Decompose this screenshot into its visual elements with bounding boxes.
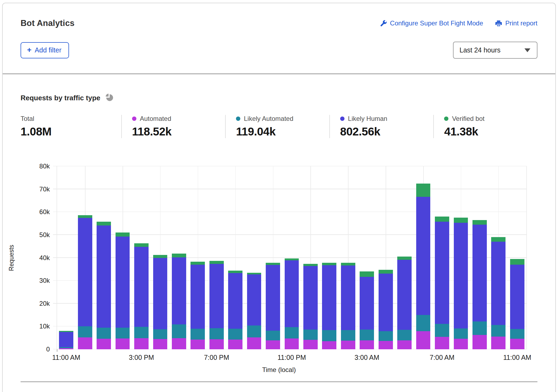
bar-segment-likely-automated: [78, 326, 92, 337]
y-tick-label: 60k: [31, 208, 50, 216]
bar-segment-likely-human: [59, 332, 73, 347]
bar-segment-verified-bot: [454, 218, 468, 223]
bar-segment-likely-human: [341, 265, 355, 330]
bar-segment-automated: [510, 339, 524, 349]
bar-segment-likely-automated: [416, 315, 431, 331]
bar-segment-verified-bot: [303, 264, 318, 266]
time-range-select[interactable]: Last 24 hours: [453, 42, 537, 59]
bar-slot: [170, 166, 188, 349]
bar-segment-verified-bot: [134, 243, 149, 247]
bar-segment-likely-automated: [116, 328, 130, 339]
bottom-section-divider: [21, 381, 537, 382]
bar-segment-likely-human: [322, 265, 336, 330]
bar-segment-verified-bot: [153, 255, 168, 258]
bar-slot: [264, 166, 282, 349]
x-axis-title: Time (local): [21, 366, 537, 374]
x-tick-label: 11:00 AM: [503, 354, 531, 361]
bar-segment-automated: [379, 341, 393, 349]
bar-slot: [282, 166, 301, 349]
stacked-bar-500am: [397, 166, 412, 349]
bar-segment-likely-human: [266, 265, 280, 331]
page-title: Bot Analytics: [21, 18, 75, 28]
stacked-bar-200am: [341, 166, 355, 349]
bar-segment-likely-human: [360, 277, 374, 330]
bar-slot: [451, 166, 470, 349]
stacked-bar-900pm: [247, 166, 261, 349]
bar-slot: [226, 166, 245, 349]
bar-segment-automated: [360, 340, 374, 349]
print-report-link[interactable]: Print report: [495, 19, 537, 27]
bar-segment-automated: [491, 337, 506, 349]
bar-segment-automated: [454, 339, 468, 349]
bar-slot: [188, 166, 207, 349]
bar-segment-automated: [172, 338, 186, 349]
bar-segment-likely-human: [285, 260, 299, 327]
bar-segment-likely-automated: [209, 328, 224, 339]
time-range-value: Last 24 hours: [459, 46, 501, 54]
bar-segment-likely-human: [379, 274, 393, 331]
stat-value: 41.38k: [444, 125, 535, 138]
bar-segment-likely-automated: [172, 324, 186, 338]
stat-block: Likely Human802.56k: [329, 115, 434, 138]
legend-dot: [340, 117, 344, 121]
stacked-bar-600pm: [191, 166, 205, 349]
stacked-bar-200pm: [116, 166, 130, 349]
y-tick-label: 50k: [31, 231, 50, 239]
stacked-bar-400am: [379, 166, 393, 349]
bar-segment-likely-automated: [491, 325, 506, 336]
bar-segment-verified-bot: [341, 263, 355, 265]
add-filter-button[interactable]: + Add filter: [21, 42, 69, 58]
stacked-bar-300am: [360, 166, 374, 349]
stat-label: Likely Human: [340, 115, 431, 122]
stacked-bar-800pm: [228, 166, 242, 349]
bar-segment-likely-automated: [228, 329, 242, 340]
stacked-bar-100am: [322, 166, 336, 349]
bar-segment-verified-bot: [491, 237, 506, 242]
y-tick-label: 40k: [31, 254, 50, 262]
x-axis-ticks: 11:00 AM3:00 PM7:00 PM11:00 PM3:00 AM7:0…: [57, 349, 527, 360]
bar-segment-automated: [228, 340, 242, 349]
stat-value: 119.04k: [236, 125, 327, 138]
bar-segment-likely-human: [416, 197, 431, 315]
bar-segment-verified-bot: [209, 261, 224, 264]
bar-slot: [113, 166, 132, 349]
bar-segment-automated: [435, 337, 449, 349]
configure-super-bot-fight-mode-link[interactable]: Configure Super Bot Fight Mode: [380, 19, 483, 27]
stacked-bar-700am: [435, 166, 449, 349]
stacked-bar-600am: [416, 166, 431, 349]
chart-section-title: Requests by traffic type: [21, 94, 100, 102]
bar-slot: [470, 166, 489, 349]
bar-segment-automated: [303, 340, 318, 349]
stat-label: Verified bot: [444, 115, 535, 122]
stacked-bar-500pm: [172, 166, 186, 349]
bar-segment-automated: [416, 331, 431, 349]
bar-segment-likely-human: [78, 218, 92, 326]
stacked-bar-1000pm: [266, 166, 280, 349]
bar-slot: [320, 166, 339, 349]
stacked-bar-700pm: [209, 166, 224, 349]
bar-segment-likely-automated: [191, 329, 205, 340]
bar-segment-verified-bot: [78, 215, 92, 218]
bar-slot: [301, 166, 320, 349]
stat-block: Likely Automated119.04k: [225, 115, 329, 138]
bar-segment-automated: [191, 340, 205, 349]
bar-segment-likely-automated: [435, 324, 449, 337]
bar-segment-likely-human: [97, 225, 111, 327]
bar-segment-likely-human: [134, 247, 149, 327]
bar-slot: [489, 166, 508, 349]
bar-segment-likely-human: [303, 266, 318, 330]
stacked-bar-1200am: [303, 166, 318, 349]
stat-value: 118.52k: [132, 125, 223, 138]
stat-value: 802.56k: [340, 125, 431, 138]
bar-slot: [132, 166, 151, 349]
bar-segment-automated: [134, 338, 149, 349]
wrench-icon: [380, 20, 387, 27]
bar-segment-verified-bot: [379, 270, 393, 274]
bar-slot: [151, 166, 169, 349]
bar-slot: [57, 166, 76, 349]
stacked-bar-1100am: [510, 166, 524, 349]
stacked-bar-900am: [472, 166, 487, 349]
y-tick-label: 30k: [31, 277, 50, 284]
stat-block: Verified bot41.38k: [433, 115, 537, 138]
bar-segment-verified-bot: [172, 254, 186, 257]
